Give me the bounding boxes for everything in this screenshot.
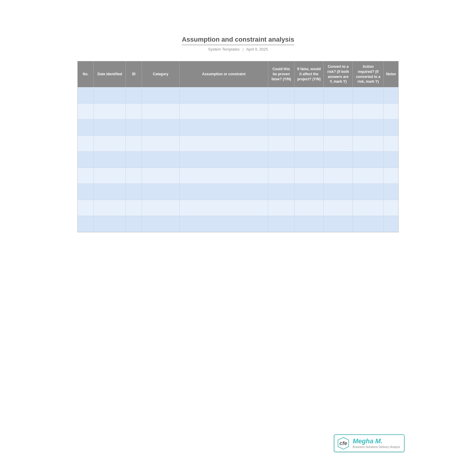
table-row bbox=[78, 216, 398, 232]
svg-text:cfe: cfe bbox=[339, 440, 347, 446]
cell-date bbox=[94, 167, 126, 184]
cell-convert bbox=[324, 167, 353, 184]
header-cell-convert: Convert to a risk? (If both answers are … bbox=[324, 61, 353, 87]
cell-convert bbox=[324, 119, 353, 135]
cell-id bbox=[126, 184, 142, 200]
cell-no bbox=[78, 167, 94, 184]
table-row bbox=[78, 200, 398, 216]
cell-category bbox=[142, 216, 179, 232]
cell-no bbox=[78, 135, 94, 151]
cell-assump bbox=[179, 216, 268, 232]
cell-proven bbox=[268, 184, 294, 200]
cell-id bbox=[126, 200, 142, 216]
cell-id bbox=[126, 103, 142, 119]
cell-notes bbox=[383, 119, 398, 135]
cell-notes bbox=[383, 87, 398, 103]
subtitle-date: April 9, 2025 bbox=[246, 47, 268, 51]
page-container: Assumption and constraint analysis Syste… bbox=[77, 36, 399, 232]
cell-convert bbox=[324, 87, 353, 103]
subtitle: System Templates | April 9, 2025 bbox=[77, 47, 399, 51]
cell-notes bbox=[383, 103, 398, 119]
cell-false bbox=[295, 167, 324, 184]
cell-false bbox=[295, 135, 324, 151]
cell-category bbox=[142, 200, 179, 216]
cell-date bbox=[94, 151, 126, 167]
cell-action bbox=[353, 87, 383, 103]
cell-notes bbox=[383, 200, 398, 216]
cell-action bbox=[353, 119, 383, 135]
cell-convert bbox=[324, 151, 353, 167]
cell-notes bbox=[383, 216, 398, 232]
cell-date bbox=[94, 184, 126, 200]
cell-proven bbox=[268, 103, 294, 119]
table-wrapper: No.Date identifiedIDCategoryAssumption o… bbox=[77, 61, 399, 232]
cell-proven bbox=[268, 216, 294, 232]
cell-action bbox=[353, 200, 383, 216]
cell-id bbox=[126, 167, 142, 184]
header-cell-no: No. bbox=[78, 61, 94, 87]
cell-proven bbox=[268, 200, 294, 216]
cell-id bbox=[126, 216, 142, 232]
cell-convert bbox=[324, 135, 353, 151]
header-cell-id: ID bbox=[126, 61, 142, 87]
cell-assump bbox=[179, 119, 268, 135]
cell-assump bbox=[179, 200, 268, 216]
cell-notes bbox=[383, 151, 398, 167]
header-cell-assump: Assumption or constraint bbox=[179, 61, 268, 87]
cell-date bbox=[94, 87, 126, 103]
table-row bbox=[78, 103, 398, 119]
cell-category bbox=[142, 151, 179, 167]
cell-no bbox=[78, 87, 94, 103]
cell-no bbox=[78, 151, 94, 167]
subtitle-source: System Templates bbox=[208, 47, 240, 51]
cell-assump bbox=[179, 103, 268, 119]
table-row bbox=[78, 167, 398, 184]
cell-false bbox=[295, 200, 324, 216]
header-cell-category: Category bbox=[142, 61, 179, 87]
cell-date bbox=[94, 103, 126, 119]
cell-notes bbox=[383, 184, 398, 200]
cell-no bbox=[78, 200, 94, 216]
header-row: No.Date identifiedIDCategoryAssumption o… bbox=[78, 61, 398, 87]
cell-assump bbox=[179, 135, 268, 151]
title-section: Assumption and constraint analysis Syste… bbox=[77, 36, 399, 51]
cell-no bbox=[78, 119, 94, 135]
cell-proven bbox=[268, 87, 294, 103]
cell-notes bbox=[383, 135, 398, 151]
table-row bbox=[78, 119, 398, 135]
cell-category bbox=[142, 135, 179, 151]
cell-action bbox=[353, 135, 383, 151]
watermark-name: Megha M. bbox=[353, 438, 400, 445]
table-header: No.Date identifiedIDCategoryAssumption o… bbox=[78, 61, 398, 87]
header-cell-date: Date identified bbox=[94, 61, 126, 87]
cell-category bbox=[142, 87, 179, 103]
cell-action bbox=[353, 103, 383, 119]
watermark-text: Megha M. Business Solutions Delivery Ana… bbox=[353, 438, 400, 449]
cell-action bbox=[353, 167, 383, 184]
cell-date bbox=[94, 200, 126, 216]
cell-id bbox=[126, 87, 142, 103]
table-row bbox=[78, 87, 398, 103]
cell-false bbox=[295, 87, 324, 103]
cell-proven bbox=[268, 151, 294, 167]
cell-convert bbox=[324, 103, 353, 119]
cell-action bbox=[353, 184, 383, 200]
header-cell-proven: Could this be proven false? (Y/N) bbox=[268, 61, 294, 87]
cell-no bbox=[78, 184, 94, 200]
watermark-icon: cfe bbox=[337, 437, 350, 450]
cell-convert bbox=[324, 184, 353, 200]
table-row bbox=[78, 184, 398, 200]
cell-assump bbox=[179, 184, 268, 200]
table-row bbox=[78, 135, 398, 151]
cell-proven bbox=[268, 135, 294, 151]
cell-false bbox=[295, 103, 324, 119]
cell-action bbox=[353, 151, 383, 167]
main-title: Assumption and constraint analysis bbox=[182, 36, 294, 45]
cell-category bbox=[142, 167, 179, 184]
cell-date bbox=[94, 135, 126, 151]
watermark-role: Business Solutions Delivery Analyst bbox=[353, 445, 400, 449]
cell-assump bbox=[179, 87, 268, 103]
cell-false bbox=[295, 119, 324, 135]
cell-notes bbox=[383, 167, 398, 184]
cell-convert bbox=[324, 200, 353, 216]
